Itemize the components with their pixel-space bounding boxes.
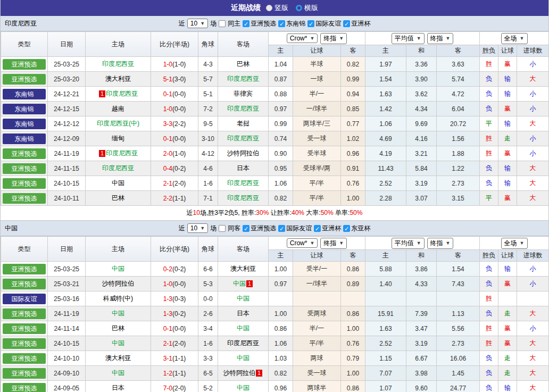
home-team-link[interactable]: 沙特阿拉伯 — [102, 280, 134, 287]
corner-cell: 4-12 — [198, 146, 218, 161]
scope-select[interactable]: 全场▼ — [501, 238, 528, 249]
horizontal-layout-label: 横版 — [304, 3, 318, 13]
home-team-link[interactable]: 中国 — [112, 310, 124, 317]
matches-count-select[interactable]: 10▼ — [187, 223, 208, 233]
competition-checkbox[interactable] — [314, 225, 321, 232]
avg-home-odds: 1.54 — [365, 72, 406, 87]
away-odds: 1.00 — [341, 191, 365, 206]
away-team-link[interactable]: 中国 — [237, 384, 249, 391]
final-odds-select[interactable]: 终指▼ — [320, 238, 347, 249]
home-odds: 1.00 — [269, 306, 293, 321]
half-time-score: (0-0) — [172, 325, 186, 332]
corner-cell: 5-2 — [198, 381, 218, 392]
col-header-corner: 角球 — [198, 237, 218, 262]
away-team-link[interactable]: 沙特阿拉伯 — [227, 149, 259, 157]
home-team-link[interactable]: 中国 — [112, 369, 124, 377]
half-time-score: (3-0) — [172, 76, 186, 83]
result-handicap: 走 — [498, 351, 517, 366]
scope-group-header: 全场▼ — [480, 237, 549, 250]
half-time-score: (2-0) — [172, 180, 186, 187]
average-group-header: 平均值▼终指▼ — [365, 32, 480, 45]
home-odds: 0.95 — [269, 161, 293, 176]
competition-checkbox[interactable] — [343, 225, 350, 232]
horizontal-layout-radio[interactable]: 横版 — [296, 3, 318, 13]
away-team-cell: 沙特阿拉伯1 — [218, 366, 269, 381]
competition-cell: 亚洲预选 — [1, 277, 48, 291]
away-team-link[interactable]: 菲律宾 — [234, 90, 253, 97]
competition-checkbox[interactable] — [307, 20, 314, 27]
same-away-checkbox[interactable] — [219, 225, 226, 232]
vertical-layout-radio[interactable]: 竖版 — [266, 3, 288, 13]
competition-checkbox[interactable] — [278, 225, 285, 232]
match-date: 25-03-16 — [48, 291, 86, 306]
away-team-link[interactable]: 中国 — [237, 324, 249, 332]
home-team-link[interactable]: 印度尼西亚(中) — [97, 120, 139, 127]
home-team-link[interactable]: 中国 — [112, 265, 124, 272]
avg-away-odds: 1.88 — [437, 146, 480, 161]
home-team-link[interactable]: 澳大利亚 — [105, 354, 131, 362]
away-team-link[interactable]: 印度尼西亚 — [227, 179, 259, 187]
match-date: 24-11-19 — [48, 146, 86, 161]
home-team-link[interactable]: 印度尼西亚 — [102, 164, 134, 172]
home-team-link[interactable]: 巴林 — [112, 194, 124, 202]
competition-cell: 国际友谊 — [1, 291, 48, 306]
away-team-link[interactable]: 澳大利亚 — [230, 265, 256, 272]
home-team-link[interactable]: 巴林 — [112, 324, 124, 332]
score-cell: 2-1(2-0) — [151, 176, 198, 191]
match-row: 国际友谊25-03-16科威特(中)1-3(0-3)0-0中国胜 — [1, 291, 549, 306]
home-team-link[interactable]: 缅甸 — [112, 135, 124, 142]
summary-text: 场,胜3平2负5, 胜率: — [200, 209, 256, 216]
away-team-link[interactable]: 中国 — [237, 295, 249, 302]
half-time-score: (2-2) — [172, 120, 186, 128]
away-team-link[interactable]: 印度尼西亚 — [227, 75, 259, 82]
avg-home-odds: 1.63 — [365, 321, 406, 336]
competition-checkbox[interactable] — [278, 20, 285, 27]
competition-cell: 东南锦 — [1, 87, 48, 102]
home-team-link[interactable]: 科威特(中) — [103, 295, 133, 302]
col-header-score: 比分(半场) — [151, 32, 198, 57]
home-team-link[interactable]: 印度尼西亚 — [106, 149, 138, 157]
away-team-cell: 中国 — [218, 291, 269, 306]
final-odds-select[interactable]: 终指▼ — [427, 33, 454, 44]
away-team-link[interactable]: 中国 — [237, 354, 249, 362]
average-select[interactable]: 平均值▼ — [392, 33, 425, 44]
full-time-score: 7-0 — [163, 385, 172, 392]
same-home-checkbox[interactable] — [219, 20, 226, 27]
home-team-link[interactable]: 印度尼西亚 — [106, 90, 138, 97]
average-select[interactable]: 平均值▼ — [392, 238, 425, 249]
home-team-link[interactable]: 越南 — [112, 105, 124, 112]
final-odds-select[interactable]: 终指▼ — [427, 238, 454, 249]
away-team-link[interactable]: 印度尼西亚 — [227, 135, 259, 142]
matches-count-select[interactable]: 10▼ — [187, 19, 208, 28]
bookmaker-select[interactable]: Crow*▼ — [287, 238, 318, 248]
away-team-link[interactable]: 巴林 — [237, 60, 249, 68]
home-team-link[interactable]: 中国 — [112, 179, 124, 187]
layout-radio-group: 竖版 横版 — [266, 3, 318, 13]
away-team-cell: 巴林 — [218, 57, 269, 72]
away-team-link[interactable]: 日本 — [237, 164, 249, 172]
competition-checkbox[interactable] — [343, 20, 350, 27]
home-team-link[interactable]: 澳大利亚 — [105, 75, 131, 82]
result-wdl: 平 — [480, 191, 498, 206]
home-team-link[interactable]: 印度尼西亚 — [102, 60, 134, 68]
home-odds: 0.97 — [269, 277, 293, 291]
final-odds-select[interactable]: 终指▼ — [320, 33, 347, 44]
away-team-link[interactable]: 老挝 — [237, 120, 249, 127]
competition-checkbox[interactable] — [243, 225, 249, 232]
away-team-link[interactable]: 印度尼西亚 — [227, 105, 259, 112]
away-team-link[interactable]: 印度尼西亚 — [227, 194, 259, 202]
result-handicap: 走 — [498, 306, 517, 321]
bookmaker-select[interactable]: Crow*▼ — [287, 34, 318, 43]
away-team-link[interactable]: 中国 — [233, 280, 246, 287]
sub-header-avg-away: 客 — [437, 250, 480, 262]
col-header-home: 主场 — [86, 32, 151, 57]
away-team-link[interactable]: 印度尼西亚 — [227, 339, 259, 347]
home-team-link[interactable]: 日本 — [112, 384, 124, 391]
competition-checkbox[interactable] — [243, 20, 249, 27]
score-cell: 3-1(1-1) — [151, 351, 198, 366]
away-team-link[interactable]: 沙特阿拉伯 — [223, 369, 255, 377]
home-team-link[interactable]: 中国 — [112, 339, 124, 347]
match-row: 亚洲预选24-11-15印度尼西亚0-4(0-2)4-6日本0.95受球半/两0… — [1, 161, 549, 176]
scope-select[interactable]: 全场▼ — [501, 33, 528, 44]
away-team-link[interactable]: 日本 — [237, 310, 249, 317]
